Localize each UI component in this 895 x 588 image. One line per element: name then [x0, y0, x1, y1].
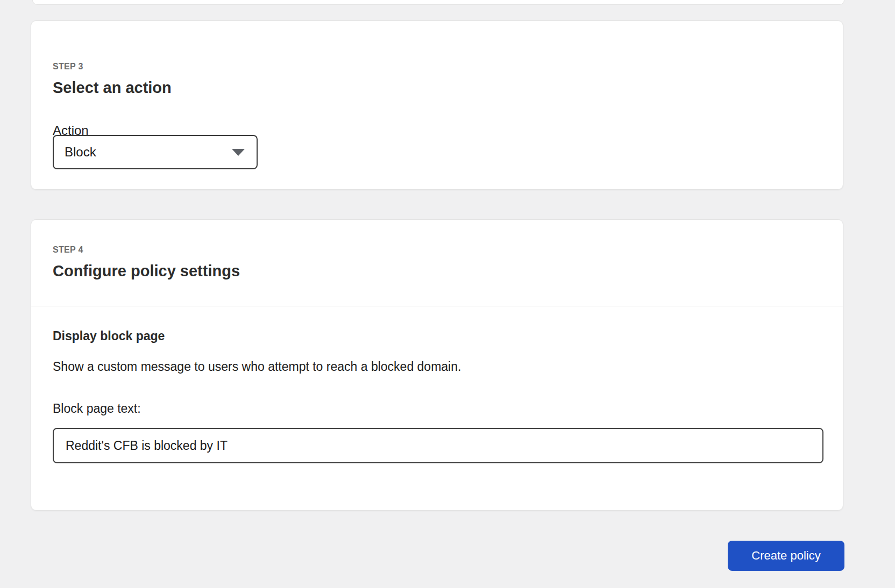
page: STEP 3 Select an action Action Block STE… [0, 0, 895, 588]
card-header-divider [31, 306, 843, 306]
block-page-text-label: Block page text: [53, 401, 141, 416]
step3-card: STEP 3 Select an action Action Block [31, 20, 843, 190]
block-page-text-input[interactable] [53, 428, 823, 463]
step4-label: STEP 4 [53, 245, 83, 255]
step3-title: Select an action [53, 79, 172, 97]
action-select[interactable]: Block [53, 135, 258, 169]
create-policy-button[interactable]: Create policy [728, 541, 844, 571]
step4-card: STEP 4 Configure policy settings Display… [31, 219, 843, 511]
display-block-page-description: Show a custom message to users who attem… [53, 360, 461, 374]
action-select-value: Block [65, 145, 96, 160]
previous-card-bottom-edge [32, 0, 844, 5]
display-block-page-heading: Display block page [53, 329, 165, 343]
chevron-down-icon [232, 149, 245, 156]
step3-label: STEP 3 [53, 62, 83, 71]
step4-title: Configure policy settings [53, 262, 240, 280]
